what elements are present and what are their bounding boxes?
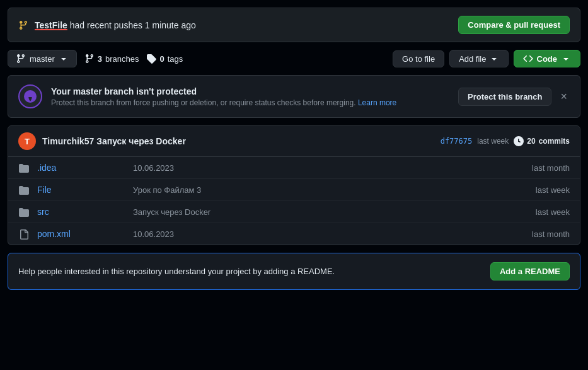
commit-author-message: Timurchik57 Запуск через Docker — [42, 136, 434, 146]
file-time: last week — [519, 207, 570, 217]
commits-link[interactable]: 20 commits — [514, 136, 570, 146]
file-rows-container: .idea 10.06.2023 last month File Урок по… — [8, 157, 580, 245]
table-row: File Урок по Файлам 3 last week — [8, 179, 580, 201]
branches-count: 3 — [98, 54, 102, 64]
file-time: last month — [519, 163, 570, 173]
tags-label: tags — [168, 54, 183, 64]
commit-header: T Timurchik57 Запуск через Docker df7767… — [8, 126, 580, 157]
file-icon — [18, 228, 30, 240]
compare-pull-request-button[interactable]: Compare & pull request — [458, 16, 570, 34]
file-commit-message: Урок по Файлам 3 — [133, 185, 512, 195]
branch-icon — [18, 18, 28, 32]
commit-time: last week — [477, 137, 509, 146]
file-name[interactable]: .idea — [37, 163, 125, 173]
commit-author-avatar: T — [18, 132, 36, 150]
close-protection-button[interactable]: × — [558, 89, 570, 105]
push-notification-banner: TestFile had recent pushes 1 minute ago … — [8, 8, 580, 42]
branch-selector-button[interactable]: master — [8, 50, 77, 67]
protection-left: Your master branch isn't protected Prote… — [18, 84, 396, 108]
readme-banner: Help people interested in this repositor… — [8, 253, 580, 290]
branch-toolbar-right: Go to file Add file Code — [393, 50, 580, 67]
add-file-button[interactable]: Add file — [449, 50, 508, 67]
file-commit-message: 10.06.2023 — [133, 163, 512, 173]
code-button[interactable]: Code — [514, 50, 581, 67]
tags-stat[interactable]: 0 tags — [146, 54, 183, 64]
push-banner-content: TestFile had recent pushes 1 minute ago — [18, 18, 196, 32]
file-time: last month — [519, 229, 570, 239]
branch-toolbar-left: master 3 branches 0 tags — [8, 50, 183, 67]
folder-icon — [18, 206, 30, 217]
branches-stat[interactable]: 3 branches — [84, 54, 139, 64]
commit-meta: df77675 last week 20 commits — [441, 136, 570, 146]
protection-text: Your master branch isn't protected Prote… — [51, 86, 396, 107]
file-table: T Timurchik57 Запуск через Docker df7767… — [8, 125, 580, 245]
table-row: src Запуск через Docker last week — [8, 201, 580, 223]
readme-text: Help people interested in this repositor… — [18, 267, 335, 276]
file-name[interactable]: pom.xml — [37, 229, 125, 239]
table-row: .idea 10.06.2023 last month — [8, 157, 580, 179]
file-name[interactable]: src — [37, 207, 125, 217]
learn-more-link[interactable]: Learn more — [358, 98, 396, 107]
push-message: TestFile had recent pushes 1 minute ago — [35, 20, 196, 30]
repo-name: TestFile — [35, 20, 67, 30]
protection-desc: Protect this branch from force pushing o… — [51, 98, 396, 107]
tags-count: 0 — [159, 54, 164, 64]
protection-right: Protect this branch × — [458, 88, 570, 106]
file-commit-message: Запуск через Docker — [133, 207, 512, 217]
goto-file-button[interactable]: Go to file — [393, 50, 444, 67]
file-time: last week — [519, 185, 570, 195]
folder-icon — [18, 162, 30, 173]
protection-title: Your master branch isn't protected — [51, 86, 396, 96]
protect-branch-button[interactable]: Protect this branch — [458, 88, 551, 106]
protection-avatar — [18, 84, 42, 108]
branch-name: master — [30, 54, 55, 64]
protection-notice: Your master branch isn't protected Prote… — [8, 75, 580, 118]
table-row: pom.xml 10.06.2023 last month — [8, 223, 580, 245]
branch-toolbar: master 3 branches 0 tags Go to file Add … — [8, 50, 580, 67]
add-readme-button[interactable]: Add a README — [490, 262, 570, 280]
folder-icon — [18, 184, 30, 195]
branches-label: branches — [105, 54, 139, 64]
file-name[interactable]: File — [37, 185, 125, 195]
file-commit-message: 10.06.2023 — [133, 229, 512, 239]
commit-hash[interactable]: df77675 — [441, 137, 473, 146]
